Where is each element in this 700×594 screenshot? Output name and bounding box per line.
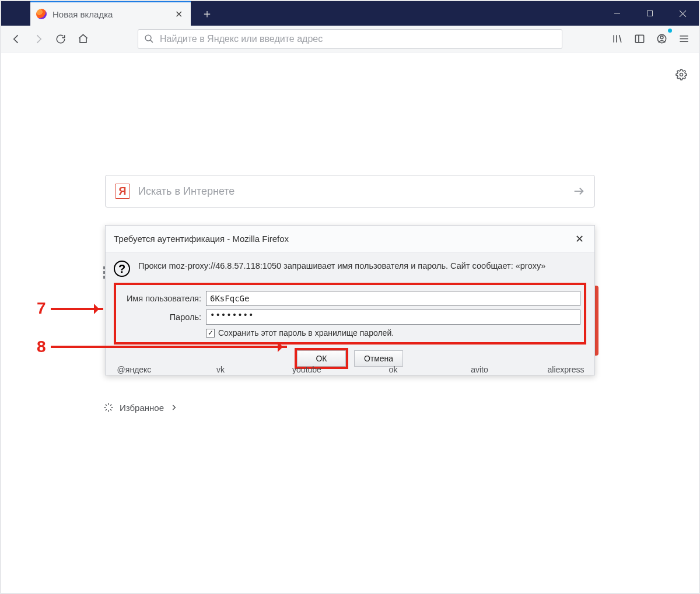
username-label: Имя пользователя:	[120, 294, 201, 303]
window-controls	[601, 1, 699, 26]
auth-dialog: Требуется аутентификация - Mozilla Firef…	[105, 225, 595, 375]
tab-title: Новая вкладка	[52, 9, 167, 19]
top-sites-row: @яндекс vk youtube ok avito aliexpress	[105, 365, 595, 374]
yandex-logo-icon: Я	[115, 184, 130, 199]
annotation-7-arrow	[51, 308, 103, 310]
svg-line-5	[150, 40, 153, 43]
credentials-form-highlight: Имя пользователя: Пароль: •••••••• ✓ Сох…	[114, 283, 586, 345]
account-button[interactable]	[652, 30, 671, 48]
app-menu-button[interactable]	[674, 30, 693, 48]
shortcut-youtube[interactable]: youtube	[284, 365, 330, 374]
favorites-label: Избранное	[120, 403, 164, 413]
dialog-message: Прокси moz-proxy://46.8.57.118:1050 запр…	[138, 261, 545, 272]
new-tab-button[interactable]: ＋	[200, 6, 215, 21]
newtab-settings-button[interactable]	[676, 69, 687, 80]
url-input[interactable]	[160, 34, 556, 44]
annotation-7: 7	[33, 298, 50, 319]
svg-rect-1	[648, 11, 653, 16]
password-label: Пароль:	[120, 312, 201, 322]
shortcut-ok[interactable]: ok	[370, 365, 416, 374]
back-button[interactable]	[7, 30, 26, 48]
browser-tab[interactable]: Новая вкладка ✕	[30, 1, 191, 26]
svg-line-8	[619, 35, 621, 43]
svg-point-16	[680, 73, 683, 76]
reload-button[interactable]	[51, 30, 70, 48]
window-minimize-button[interactable]	[601, 1, 634, 26]
firefox-icon	[36, 9, 47, 19]
annotation-8-arrow	[51, 346, 287, 348]
svg-rect-9	[635, 35, 643, 43]
save-password-label: Сохранить этот пароль в хранилище пароле…	[218, 328, 394, 338]
page-content: Я Требуется аутентификация - Mozilla Fir…	[1, 52, 699, 594]
shortcut-avito[interactable]: avito	[456, 365, 503, 374]
dialog-titlebar: Требуется аутентификация - Mozilla Firef…	[106, 226, 594, 252]
annotation-8: 8	[33, 336, 50, 357]
favorites-section[interactable]: Избранное	[103, 402, 178, 413]
dialog-title: Требуется аутентификация - Mozilla Firef…	[114, 234, 289, 244]
save-password-checkbox[interactable]: ✓	[206, 329, 215, 338]
search-icon	[144, 34, 154, 44]
dialog-close-button[interactable]: ✕	[573, 230, 586, 248]
main-search-input[interactable]	[138, 185, 564, 198]
notification-dot-icon	[668, 29, 672, 33]
main-search-box[interactable]: Я	[105, 175, 595, 208]
cancel-button[interactable]: Отмена	[354, 350, 403, 367]
sidebar-button[interactable]	[630, 30, 649, 48]
shortcut-aliexpress[interactable]: aliexpress	[542, 365, 589, 374]
ok-button[interactable]: ОК	[297, 350, 346, 367]
home-button[interactable]	[74, 30, 92, 48]
search-arrow-icon[interactable]	[572, 185, 585, 198]
forward-button[interactable]	[29, 30, 48, 48]
svg-point-12	[660, 36, 663, 39]
window-maximize-button[interactable]	[634, 1, 666, 26]
question-icon: ?	[114, 261, 130, 277]
url-bar[interactable]	[138, 29, 562, 49]
shortcut-vk[interactable]: vk	[197, 365, 244, 374]
titlebar: Новая вкладка ✕ ＋	[1, 1, 699, 26]
sparkle-icon	[103, 402, 114, 413]
library-button[interactable]	[608, 30, 626, 48]
shortcut-yandex[interactable]: @яндекс	[111, 365, 158, 374]
tab-close-icon[interactable]: ✕	[173, 8, 185, 21]
password-input[interactable]: ••••••••	[206, 310, 580, 325]
svg-point-4	[145, 35, 151, 41]
chevron-right-icon	[170, 403, 178, 412]
username-input[interactable]	[206, 291, 580, 306]
navigation-toolbar	[1, 26, 699, 52]
window-close-button[interactable]	[666, 1, 699, 26]
